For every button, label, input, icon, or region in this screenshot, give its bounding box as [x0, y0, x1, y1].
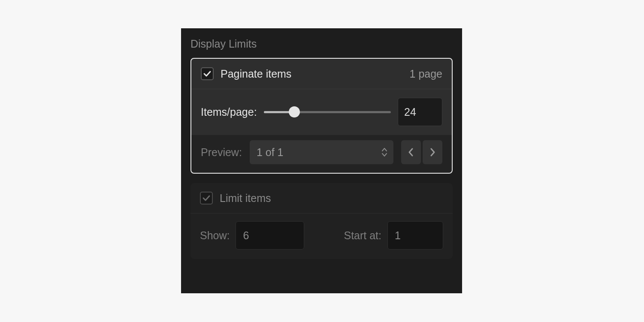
paginate-checkbox[interactable] [201, 67, 214, 80]
items-per-page-row: Items/page: 24 [191, 89, 452, 135]
chevron-right-icon [429, 147, 436, 157]
select-stepper-icon [381, 147, 387, 157]
items-per-page-label: Items/page: [201, 106, 257, 118]
show-input[interactable]: 6 [236, 221, 304, 250]
start-at-input[interactable]: 1 [387, 221, 443, 250]
check-icon [203, 69, 212, 78]
preview-label: Preview: [201, 146, 242, 159]
limit-items-label: Limit items [220, 192, 271, 205]
preview-prev-button[interactable] [401, 140, 421, 164]
items-per-page-slider[interactable] [264, 106, 391, 118]
show-label: Show: [200, 229, 230, 242]
check-icon [202, 194, 211, 202]
limit-values-row: Show: 6 Start at: 1 [190, 214, 453, 259]
paginate-header-row: Paginate items 1 page [191, 59, 452, 89]
preview-next-button[interactable] [423, 140, 442, 164]
preview-nav-group [401, 140, 442, 164]
limit-header-row: Limit items [190, 183, 453, 214]
limit-items-checkbox[interactable] [200, 192, 213, 205]
page-count-label: 1 page [410, 68, 442, 80]
display-limits-panel: Display Limits Paginate items 1 page Ite… [181, 28, 462, 293]
chevron-left-icon [408, 147, 414, 157]
slider-thumb[interactable] [289, 106, 300, 117]
paginate-card: Paginate items 1 page Items/page: 24 Pre… [190, 58, 453, 174]
preview-page-select[interactable]: 1 of 1 [250, 140, 393, 164]
paginate-label: Paginate items [221, 68, 291, 80]
preview-row: Preview: 1 of 1 [191, 135, 452, 173]
start-at-label: Start at: [344, 229, 381, 242]
limit-items-card: Limit items Show: 6 Start at: 1 [190, 183, 453, 259]
items-per-page-input[interactable]: 24 [398, 98, 442, 126]
preview-selected-value: 1 of 1 [257, 146, 284, 159]
section-title: Display Limits [190, 38, 453, 50]
